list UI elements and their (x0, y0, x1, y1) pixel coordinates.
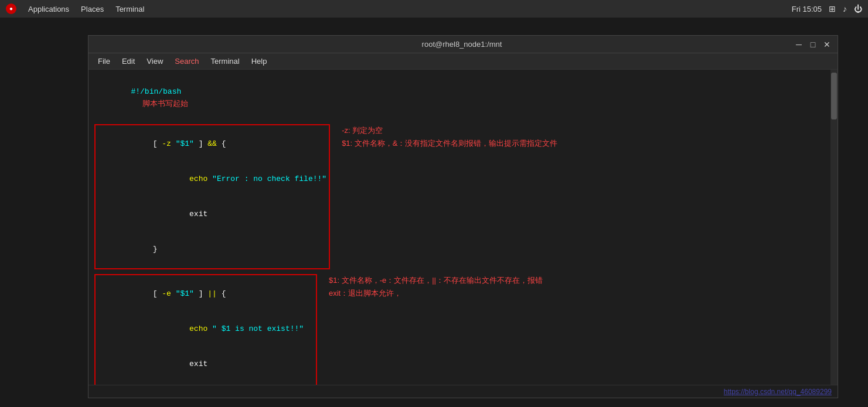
terminal-menu[interactable]: Terminal (115, 5, 144, 13)
system-bar-left: ● Applications Places Terminal (6, 4, 144, 14)
power-icon[interactable]: ⏻ (854, 4, 862, 13)
terminal-title-bar: root@rhel8_node1:/mnt ─ □ ✕ (88, 36, 838, 53)
code-block-2: [ -e "$1" ] || { echo " $1 is not exist!… (94, 274, 317, 385)
block2-line1: [ -e "$1" ] || { (98, 276, 314, 312)
csdn-url[interactable]: https://blog.csdn.net/qq_46089299 (724, 388, 832, 396)
menu-help[interactable]: Help (247, 56, 272, 67)
system-bar-right: Fri 15:05 ⊞ ♪ ⏻ (792, 4, 862, 13)
minimize-button[interactable]: ─ (794, 40, 804, 49)
scrollbar[interactable] (830, 70, 838, 385)
redhat-logo[interactable]: ● (6, 4, 16, 14)
menu-terminal[interactable]: Terminal (206, 56, 244, 67)
block2-line2: echo " $1 is not exist!!" (98, 312, 314, 347)
display-icon[interactable]: ⊞ (829, 4, 836, 13)
menu-bar: File Edit View Search Terminal Help (88, 53, 838, 70)
block2-line4: } (98, 382, 314, 385)
menu-edit[interactable]: Edit (117, 56, 139, 67)
menu-file[interactable]: File (93, 56, 115, 67)
scrollbar-thumb[interactable] (831, 73, 837, 119)
annotation-block1: -z: 判定为空 $1: 文件名称，&：没有指定文件名则报错，输出提示需指定文件 (342, 123, 557, 150)
terminal-title: root@rhel8_node1:/mnt (130, 40, 794, 49)
heading-comment: 脚本书写起始 (142, 99, 188, 108)
system-bar: ● Applications Places Terminal Fri 15:05… (0, 0, 868, 18)
terminal-content: #!/bin/bash 脚本书写起始 [ -z "$1" ] && { echo… (88, 70, 838, 385)
terminal-window: root@rhel8_node1:/mnt ─ □ ✕ File Edit Vi… (88, 35, 838, 398)
maximize-button[interactable]: □ (808, 40, 818, 49)
annotation-block2: $1: 文件名称，-e：文件存在，||：不存在输出文件不存在，报错 exit：退… (329, 273, 543, 300)
block1-line3: exit (98, 197, 326, 232)
block1-line1: [ -z "$1" ] && { (98, 126, 326, 162)
bottom-bar: https://blog.csdn.net/qq_46089299 (88, 385, 838, 398)
applications-menu[interactable]: Applications (28, 5, 69, 13)
ann1-line2: $1: 文件名称，&：没有指定文件名则报错，输出提示需指定文件 (342, 137, 557, 150)
volume-icon[interactable]: ♪ (843, 4, 847, 13)
ann2-line1: $1: 文件名称，-e：文件存在，||：不存在输出文件不存在，报错 (329, 274, 543, 287)
menu-search[interactable]: Search (170, 56, 203, 67)
block1-line4: } (98, 232, 326, 267)
close-button[interactable]: ✕ (822, 40, 832, 49)
menu-view[interactable]: View (142, 56, 168, 67)
places-menu[interactable]: Places (81, 5, 104, 13)
ann1-line1: -z: 判定为空 (342, 124, 557, 137)
ann2-line2: exit：退出脚本允许， (329, 287, 543, 300)
block2-line3: exit (98, 347, 314, 382)
code-block-1: [ -z "$1" ] && { echo "Error : no check … (94, 124, 330, 269)
editor-area[interactable]: #!/bin/bash 脚本书写起始 [ -z "$1" ] && { echo… (88, 70, 830, 385)
shebang-line: #!/bin/bash 脚本书写起始 (94, 74, 830, 122)
block1-line2: echo "Error : no check file!!" (98, 162, 326, 197)
window-controls: ─ □ ✕ (794, 40, 832, 49)
clock-display: Fri 15:05 (792, 5, 822, 13)
